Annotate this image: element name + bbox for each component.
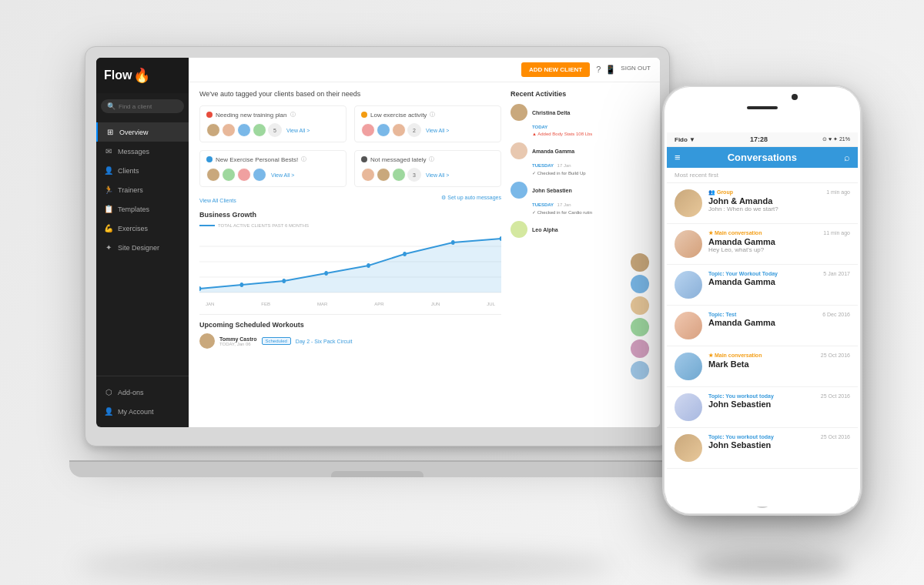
chart-month: FEB bbox=[261, 302, 270, 306]
conv-time: 25 Oct 2016 bbox=[821, 353, 850, 358]
tag-label-4: Not messaged lately bbox=[370, 156, 426, 163]
sidebar-nav: ⊞ Overview ✉ Messages 👤 Clients bbox=[96, 119, 189, 376]
phone-shadow bbox=[693, 554, 847, 577]
mini-avatar bbox=[206, 123, 220, 137]
workout-link[interactable]: Day 2 - Six Pack Circuit bbox=[296, 339, 353, 344]
sidebar-item-site-designer[interactable]: ✦ Site Designer bbox=[96, 238, 189, 257]
top-bar-icons: ? 📱 SIGN OUT bbox=[596, 65, 651, 75]
sort-label: Most recent first bbox=[675, 172, 718, 179]
conv-tag: ★ Main conversation bbox=[708, 353, 815, 359]
page-content: We've auto tagged your clients based on … bbox=[189, 82, 660, 427]
sidebar-item-addons[interactable]: ⬡ Add-ons bbox=[96, 383, 189, 402]
help-icon[interactable]: ? bbox=[596, 65, 601, 75]
chart-dot bbox=[324, 271, 328, 276]
strip-avatar bbox=[631, 361, 649, 379]
templates-icon: 📋 bbox=[104, 205, 113, 213]
mini-avatar bbox=[206, 168, 220, 182]
sidebar-item-messages[interactable]: ✉ Messages bbox=[96, 142, 189, 161]
my-account-icon: 👤 bbox=[104, 407, 113, 416]
setup-auto-messages-link[interactable]: ⚙ Set up auto messages bbox=[441, 195, 501, 203]
conv-item-john-sebastien[interactable]: Topic: You workout today John Sebastien … bbox=[667, 387, 858, 428]
scene: Flow 🔥 🔍 ⊞ Overview bbox=[38, 23, 886, 562]
conv-item-john-sebastien-2[interactable]: Topic: You workout today John Sebastien … bbox=[667, 428, 858, 469]
sidebar-item-trainers[interactable]: 🏃 Trainers bbox=[96, 180, 189, 199]
phone-menu-icon[interactable]: ≡ bbox=[675, 152, 681, 163]
tag-card-exercise: Low exercise activity ⓘ 2 bbox=[354, 105, 501, 142]
avatar-row-4: 3 View All > bbox=[361, 168, 494, 182]
activity-avatar bbox=[511, 104, 527, 121]
strip-avatar bbox=[631, 275, 649, 293]
conv-item-amanda-workout[interactable]: Topic: Your Workout Today Amanda Gamma 5… bbox=[667, 265, 858, 306]
activity-date-label: TUESDAY bbox=[532, 202, 554, 207]
sidebar-item-templates[interactable]: 📋 Templates bbox=[96, 199, 189, 219]
conv-time: 6 Dec 2016 bbox=[822, 312, 850, 317]
tag-card-header-4: Not messaged lately ⓘ bbox=[361, 155, 494, 163]
workout-date: TODAY, Jan 06 bbox=[219, 342, 257, 346]
activity-item: Christina Delta TODAY ▲ Added Body Stats… bbox=[511, 104, 649, 136]
conv-name: Amanda Gamma bbox=[708, 277, 817, 286]
sidebar-item-overview[interactable]: ⊞ Overview bbox=[96, 122, 189, 142]
sidebar-item-my-account[interactable]: 👤 My Account bbox=[96, 402, 189, 421]
view-all-link-3[interactable]: View All > bbox=[271, 172, 294, 178]
sidebar-item-label: Messages bbox=[118, 148, 149, 155]
laptop-screen-bezel: Flow 🔥 🔍 ⊞ Overview bbox=[96, 58, 660, 427]
conv-avatar bbox=[675, 312, 702, 339]
tag-label-3: New Exercise Personal Bests! bbox=[216, 156, 298, 163]
mini-avatar bbox=[237, 168, 251, 182]
tag-info-3: ⓘ bbox=[301, 155, 306, 163]
conv-item-mark[interactable]: ★ Main conversation Mark Beta 25 Oct 201… bbox=[667, 346, 858, 387]
view-all-clients-link[interactable]: View All Clients bbox=[199, 198, 236, 203]
sidebar-item-clients[interactable]: 👤 Clients bbox=[96, 161, 189, 180]
activity-item: Amanda Gamma TUESDAY 17 Jan ✓ Checked in… bbox=[511, 142, 649, 176]
phone-search-icon[interactable]: ⌕ bbox=[844, 152, 850, 163]
search-input[interactable] bbox=[119, 103, 178, 110]
conversation-list[interactable]: 👥 Group John & Amanda John : When do we … bbox=[667, 183, 858, 506]
laptop-notch bbox=[331, 471, 424, 477]
laptop: Flow 🔥 🔍 ⊞ Overview bbox=[85, 46, 685, 477]
conv-info: Topic: Your Workout Today Amanda Gamma bbox=[708, 271, 817, 286]
sidebar-item-label: Templates bbox=[118, 206, 149, 213]
conv-item-amanda-test[interactable]: Topic: Test Amanda Gamma 6 Dec 2016 bbox=[667, 306, 858, 346]
recent-activities-title: Recent Activities bbox=[511, 90, 649, 98]
conv-time: 25 Oct 2016 bbox=[821, 434, 850, 440]
main-content: ADD NEW CLIENT ? 📱 SIGN OUT We've bbox=[189, 58, 660, 427]
chart-month: JAN bbox=[206, 302, 214, 306]
view-all-link-1[interactable]: View All > bbox=[286, 128, 310, 133]
overview-icon: ⊞ bbox=[105, 128, 115, 136]
chart-month: APR bbox=[374, 302, 383, 306]
chart-month: JUN bbox=[431, 302, 440, 306]
workout-item: Tommy Castro TODAY, Jan 06 Scheduled Day… bbox=[199, 333, 501, 349]
conv-avatar bbox=[675, 353, 702, 380]
conv-info: 👥 Group John & Amanda John : When do we … bbox=[708, 189, 820, 212]
conv-item-john-amanda[interactable]: 👥 Group John & Amanda John : When do we … bbox=[667, 183, 858, 224]
conv-item-amanda-main[interactable]: ★ Main conversation Amanda Gamma Hey Leo… bbox=[667, 224, 858, 265]
sidebar-item-exercises[interactable]: 💪 Exercises bbox=[96, 219, 189, 238]
mini-avatar bbox=[222, 123, 236, 137]
tag-dot-blue bbox=[206, 156, 213, 162]
phone-screen: Fido ▼ 17:28 ⊙ ♥ ✦ 21% ≡ Conversations ⌕… bbox=[667, 132, 858, 506]
mini-avatar bbox=[253, 168, 266, 182]
conv-avatar bbox=[675, 393, 702, 421]
sidebar-search[interactable]: 🔍 bbox=[101, 99, 184, 113]
exercises-icon: 💪 bbox=[104, 224, 113, 232]
activity-text: ▲ Added Body Stats 108 Lbs bbox=[532, 132, 649, 136]
sign-out-label[interactable]: SIGN OUT bbox=[621, 65, 651, 75]
activity-info: Leo Alpha bbox=[532, 221, 649, 235]
conv-preview: Hey Leo, what's up? bbox=[708, 246, 817, 253]
chart-container bbox=[199, 231, 501, 300]
activity-avatar bbox=[511, 182, 527, 199]
add-new-client-button[interactable]: ADD NEW CLIENT bbox=[521, 62, 590, 77]
device-icon[interactable]: 📱 bbox=[605, 65, 616, 75]
tag-card-header-1: Needing new training plan ⓘ bbox=[206, 111, 340, 119]
view-all-link-4[interactable]: View All > bbox=[426, 172, 449, 178]
chart-month: JUL bbox=[487, 302, 495, 306]
chart-svg bbox=[199, 231, 501, 300]
view-all-link-2[interactable]: View All > bbox=[426, 128, 449, 133]
conv-tag: Topic: Your Workout Today bbox=[708, 271, 817, 276]
mini-avatar bbox=[253, 123, 266, 137]
conv-tag: Topic: Test bbox=[708, 312, 816, 317]
count-badge-1: 5 bbox=[268, 123, 282, 137]
tag-card-personal-bests: New Exercise Personal Bests! ⓘ bbox=[199, 150, 346, 187]
messages-icon: ✉ bbox=[104, 147, 113, 155]
chart-section: Business Growth TOTAL ACTIVE CLIENTS PAS… bbox=[199, 211, 501, 308]
